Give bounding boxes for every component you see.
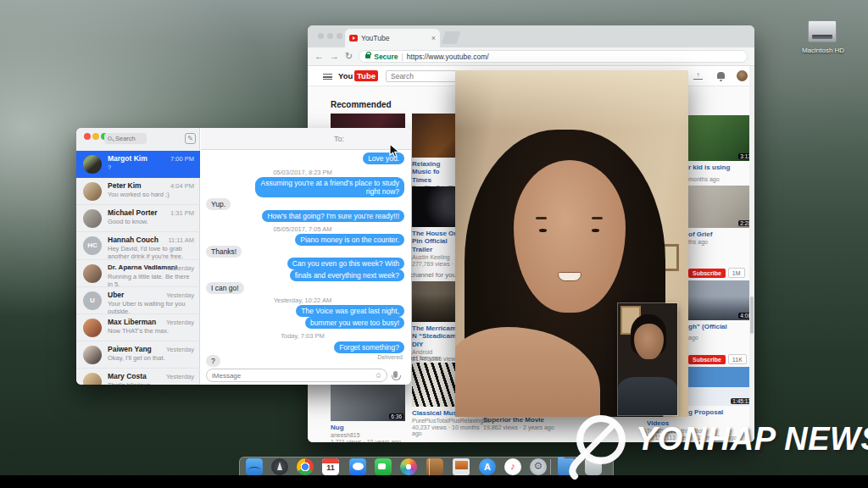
conversation-preview: Now THAT's the max. bbox=[108, 327, 196, 335]
browser-tab[interactable]: YouTube × bbox=[345, 29, 440, 47]
video-call-window[interactable] bbox=[455, 70, 688, 417]
conversation-time: 7:00 PM bbox=[170, 155, 194, 163]
conversation-row[interactable]: Paiwen Yang Yesterday Okay, I'll get on … bbox=[76, 341, 200, 369]
self-view-pip[interactable] bbox=[618, 303, 677, 415]
browser-tab-strip: YouTube × bbox=[308, 25, 754, 47]
video-thumbnail[interactable]: 4:08 bbox=[688, 280, 754, 320]
window-close-button[interactable] bbox=[318, 33, 324, 39]
video-meta: 40,237 views · 10 months ago bbox=[412, 424, 487, 436]
reload-icon[interactable]: ↻ bbox=[345, 52, 353, 61]
video-title[interactable]: Relaxing Music fo Times bbox=[412, 160, 459, 184]
url-text: https://www.youtube.com/ bbox=[407, 53, 489, 61]
contacts-icon[interactable] bbox=[426, 458, 443, 475]
notifications-bell-icon[interactable] bbox=[717, 72, 725, 79]
macintosh-hd-icon[interactable] bbox=[808, 20, 837, 42]
hd-slot-decoration bbox=[812, 35, 832, 39]
account-avatar[interactable] bbox=[737, 70, 748, 81]
window-zoom-button[interactable] bbox=[337, 33, 342, 39]
youtube-logo[interactable]: You bbox=[338, 71, 353, 80]
video-thumbnail[interactable]: 1:45:13 bbox=[688, 367, 754, 406]
message-bubble-outgoing: The Voice was great last night, bbox=[296, 305, 404, 317]
conversation-row[interactable]: HC Hannah Couch 11:11 AM Hey David, I'd … bbox=[76, 232, 200, 260]
face-detail bbox=[558, 272, 581, 281]
date-separator: 05/05/2017, 7:05 AM bbox=[201, 225, 404, 233]
chrome-icon[interactable] bbox=[297, 458, 314, 475]
video-channel[interactable]: aneesh815 bbox=[331, 432, 405, 438]
finder-icon[interactable] bbox=[246, 458, 263, 475]
video-title[interactable]: gh” (Official bbox=[688, 323, 754, 330]
new-tab-button[interactable] bbox=[442, 31, 461, 44]
subscribe-button[interactable]: Subscribe bbox=[688, 269, 726, 278]
conversation-row[interactable]: Michael Porter 1:31 PM Good to know. bbox=[76, 205, 200, 232]
message-bubble-outgoing: Can you even go this week? With bbox=[287, 258, 404, 269]
conversation-name: Peter Kim bbox=[108, 181, 142, 190]
date-separator: 05/03/2017, 8:23 PM bbox=[201, 169, 404, 176]
conversation-name: Hannah Couch bbox=[108, 236, 159, 244]
video-card[interactable]: Subscribe 1M × 4:08 gh” (Official ago bbox=[688, 268, 754, 341]
date-separator: Today, 7:03 PM bbox=[201, 332, 404, 340]
window-minimize-button[interactable] bbox=[327, 33, 333, 39]
video-meta: ago bbox=[688, 335, 754, 341]
desktop: Macintosh HD YouTube × ← → ↻ Secure | ht… bbox=[0, 0, 868, 488]
thread-header: To: ☎ bbox=[201, 128, 411, 150]
conversation-name: Max Liberman bbox=[108, 318, 156, 326]
app-store-icon[interactable]: A bbox=[479, 458, 496, 475]
subscribe-row: Subscribe 1M × bbox=[688, 268, 754, 278]
emoji-icon[interactable]: ☺ bbox=[375, 371, 382, 380]
conversation-row[interactable]: Margot Kim 7:00 PM ? bbox=[76, 151, 200, 178]
video-title[interactable]: The House On Pin Official Trailer bbox=[412, 230, 461, 253]
video-channel[interactable]: PurePlusTotalPlusRelaxing58 bbox=[412, 418, 487, 424]
window-close-button[interactable] bbox=[84, 133, 91, 140]
scrollbar-thumb[interactable] bbox=[750, 297, 754, 334]
subscriber-count: 1M bbox=[728, 268, 745, 278]
conversation-preview: ? bbox=[108, 164, 196, 171]
forward-icon[interactable]: → bbox=[330, 52, 339, 61]
video-card[interactable]: 2:28 of Grief ths ago bbox=[688, 186, 754, 245]
video-title[interactable]: g Proposal bbox=[688, 408, 754, 416]
conversation-row[interactable]: Max Liberman Yesterday Now THAT's the ma… bbox=[76, 314, 200, 341]
calendar-icon[interactable]: 11 bbox=[322, 458, 339, 475]
conversation-row[interactable]: Mary Costa Yesterday That's hilarious. bbox=[76, 369, 200, 385]
video-card[interactable]: 3:13 r kid is using months ago bbox=[688, 115, 754, 182]
close-tab-icon[interactable]: × bbox=[431, 34, 436, 42]
lock-icon bbox=[365, 54, 370, 58]
video-thumbnail[interactable]: 3:13 bbox=[688, 115, 754, 161]
message-input-bar[interactable]: ☺ bbox=[206, 369, 387, 382]
conversation-preview: Good to know. bbox=[108, 218, 196, 225]
window-minimize-button[interactable] bbox=[92, 133, 99, 140]
launchpad-icon[interactable] bbox=[271, 458, 288, 475]
menu-icon[interactable] bbox=[323, 74, 332, 80]
video-card[interactable]: 6:36 Nug aneesh815 1,711 views · 10 year… bbox=[331, 377, 405, 442]
avatar: U bbox=[83, 291, 102, 310]
video-title[interactable]: of Grief bbox=[688, 230, 754, 238]
monitor-icon[interactable] bbox=[453, 458, 470, 475]
message-bubble-outgoing: How's that going? I'm sure you're ready!… bbox=[262, 210, 404, 222]
compose-icon[interactable]: ✎ bbox=[185, 133, 196, 144]
messages-app-icon[interactable] bbox=[349, 458, 366, 475]
message-bubble-outgoing: Assuming you're at a friend's place to s… bbox=[255, 177, 404, 197]
youtube-logo-tube[interactable]: Tube bbox=[354, 70, 378, 81]
conversation-row[interactable]: U Uber Yesterday Your Uber is waiting fo… bbox=[76, 287, 200, 314]
message-bubble-outgoing: bummer you were too busy! bbox=[305, 317, 404, 329]
video-meta: 1,711 views · 10 years ago bbox=[331, 439, 405, 442]
video-thumbnail[interactable]: 2:28 bbox=[688, 186, 754, 228]
system-preferences-icon[interactable]: ⚙ bbox=[530, 458, 547, 475]
video-title[interactable]: r kid is using bbox=[688, 164, 754, 171]
video-card[interactable]: Subscribe 11K × 1:45:13 g Proposal bbox=[688, 354, 754, 416]
facetime-icon[interactable] bbox=[375, 458, 392, 475]
message-input[interactable] bbox=[212, 370, 364, 380]
avatar bbox=[83, 155, 102, 174]
microphone-icon[interactable] bbox=[393, 371, 398, 378]
dock-separator bbox=[550, 459, 551, 474]
video-title[interactable]: Nug bbox=[331, 424, 405, 431]
itunes-icon[interactable]: ♪ bbox=[504, 458, 521, 475]
photos-icon[interactable] bbox=[400, 458, 417, 475]
address-bar[interactable]: Secure | https://www.youtube.com/ bbox=[359, 50, 748, 63]
message-bubble-outgoing: Forget something? bbox=[334, 341, 404, 353]
subscribe-button[interactable]: Subscribe bbox=[688, 355, 726, 364]
back-icon[interactable]: ← bbox=[314, 52, 324, 61]
conversation-row[interactable]: Peter Kim 4:04 PM You worked so hard ;) bbox=[76, 178, 200, 205]
upload-icon[interactable]: ↑ bbox=[693, 72, 703, 80]
browser-scrollbar[interactable] bbox=[749, 66, 754, 442]
conversation-row[interactable]: Dr. Aparna Vadlamani Yesterday Running a… bbox=[76, 260, 200, 287]
